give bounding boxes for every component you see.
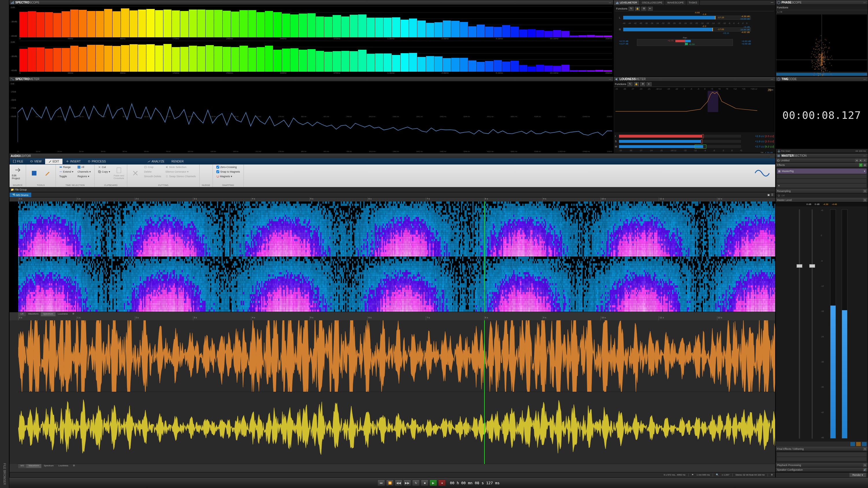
tab-tasks[interactable]: TASKS xyxy=(686,0,700,5)
loop-button[interactable]: ↻ xyxy=(412,480,420,486)
minimize-icon[interactable]: — xyxy=(863,78,867,80)
spectrum-tab[interactable]: Spectrum xyxy=(41,464,56,468)
goto-start-button[interactable]: ⏮ xyxy=(377,480,385,486)
spectrum-tab[interactable]: Spectrum xyxy=(41,312,55,316)
list-icon[interactable]: ☰ xyxy=(771,193,773,196)
smooth-delete-button[interactable]: Smooth Delete xyxy=(143,174,162,178)
settings-icon[interactable]: ⚙ xyxy=(70,312,76,316)
bypass-icon[interactable]: ⇄ xyxy=(859,163,863,167)
file-tab[interactable]: MS Drums xyxy=(9,193,31,197)
tab-levelmeter[interactable]: LEVELMETER xyxy=(614,0,640,5)
dither-slot[interactable] xyxy=(777,452,867,456)
swap-button[interactable]: Swap Stereo Channels xyxy=(164,174,197,178)
all-button[interactable]: All xyxy=(76,165,92,169)
channels-button[interactable]: Channels ▾ xyxy=(76,170,92,174)
settings-button[interactable] xyxy=(862,442,867,446)
crop-button[interactable]: Crop xyxy=(143,165,162,169)
waveform-tab[interactable]: Waveform xyxy=(26,464,41,468)
settings-icon[interactable]: ⚙ xyxy=(640,82,645,86)
power-icon[interactable]: ⏻ xyxy=(777,194,780,197)
effect-slot-masterrig[interactable]: ▦ MasterRig ▾ xyxy=(777,168,867,174)
ms-tab[interactable]: MS xyxy=(18,464,26,468)
rewind-button[interactable]: ◀◀ xyxy=(395,480,402,486)
toggle-button[interactable]: Toggle xyxy=(58,174,74,178)
chevron-down-icon[interactable]: ▾ xyxy=(864,170,865,172)
record-button[interactable]: ● xyxy=(438,480,446,486)
fader-left[interactable] xyxy=(799,209,800,438)
transport-timecode[interactable]: 00 h 00 mn 08 s 127 ms xyxy=(450,481,499,485)
delete-button[interactable]: Delete xyxy=(143,170,162,174)
functions-label[interactable]: Functions xyxy=(616,7,627,10)
tab-analyze[interactable]: ANALYZE xyxy=(144,159,168,164)
time-ruler-lower[interactable]: 0 s1 s2 s3 s4 s5 s6 s7 s8 s9 s10 s11 s12… xyxy=(9,316,775,320)
expand-icon[interactable]: ⇲ xyxy=(863,463,867,467)
playhead[interactable] xyxy=(484,320,485,464)
dither-slot[interactable] xyxy=(777,457,867,461)
add-effect-button[interactable]: + xyxy=(777,184,867,188)
time-ruler[interactable]: 0 s1 s2 s3 s4 s5 s6 s7 s8 s9 s10 s11 s12… xyxy=(9,197,775,201)
filegroup-tab[interactable]: 📁 File Group xyxy=(11,188,27,191)
tile-icon[interactable]: ▣ xyxy=(767,193,770,196)
next-icon[interactable]: ► xyxy=(859,159,863,162)
extend-button[interactable]: Extend ▾ xyxy=(58,170,74,174)
settings-icon[interactable]: ⚙ xyxy=(641,7,646,11)
tab-edit[interactable]: EDIT xyxy=(45,159,63,164)
preset-name[interactable]: Untitled xyxy=(781,159,789,162)
range-button[interactable]: Range xyxy=(58,165,74,169)
mono-button[interactable] xyxy=(850,442,855,446)
minimize-icon[interactable]: — xyxy=(769,0,775,5)
forward-button[interactable]: ▶▶ xyxy=(403,480,411,486)
speaker-icon[interactable]: 🔊 xyxy=(863,468,867,471)
fader-right[interactable] xyxy=(812,209,813,438)
fader-knob[interactable] xyxy=(809,264,815,268)
copy-button[interactable]: Copy ▾ xyxy=(97,170,111,174)
tab-view[interactable]: VIEW xyxy=(27,159,45,164)
waveform-tab[interactable]: Waveform xyxy=(26,312,41,316)
silence-button[interactable]: Silence Generator ▾ xyxy=(164,170,197,174)
refresh-icon[interactable]: ↻ xyxy=(628,7,634,11)
tab-file[interactable]: FILE xyxy=(9,159,27,164)
minimize-icon[interactable]: — xyxy=(608,1,612,4)
power-icon[interactable]: ⏻ xyxy=(863,163,867,167)
zero-crossing-check[interactable]: Zero-Crossing xyxy=(215,165,241,169)
spectroscope-header[interactable]: SPECTROSCOPE — xyxy=(9,0,613,5)
play-button[interactable]: ▶ xyxy=(430,480,437,486)
effect-slot-empty[interactable] xyxy=(777,179,867,183)
menu-icon[interactable]: ▾ xyxy=(863,159,867,162)
tab-insert[interactable]: INSERT xyxy=(62,159,84,164)
mute-button[interactable]: Mute Selection xyxy=(164,165,197,169)
snap-magnets-check[interactable]: Snap to Magnets xyxy=(215,170,241,174)
tool-selection[interactable] xyxy=(28,165,40,181)
loudness-tab[interactable]: Loudness xyxy=(56,312,70,316)
maximize-icon[interactable] xyxy=(770,154,774,158)
loudness-tab[interactable]: Loudness xyxy=(56,464,70,468)
minimize-icon[interactable]: — xyxy=(863,1,867,4)
config-icon[interactable]: ⚙ xyxy=(771,474,773,476)
lock-icon[interactable]: 🔒 xyxy=(635,7,640,11)
minimize-icon[interactable]: — xyxy=(608,78,612,80)
playhead[interactable] xyxy=(484,201,485,312)
stop-button[interactable]: ■ xyxy=(421,480,428,486)
tab-wavescope[interactable]: WAVESCOPE xyxy=(665,0,686,5)
minimize-icon[interactable]: — xyxy=(770,78,774,80)
fader-knob[interactable] xyxy=(797,264,802,268)
scrollbar[interactable] xyxy=(9,468,775,472)
effect-slot-empty[interactable] xyxy=(777,174,867,178)
left-sidebar-strip[interactable]: FILE BROWSER xyxy=(0,0,9,488)
tab-oscilloscope[interactable]: OSCILLOSCOPE xyxy=(640,0,665,5)
tool-pencil[interactable] xyxy=(42,165,53,181)
minimize-icon[interactable]: — xyxy=(863,154,867,157)
regions-button[interactable]: Regions ▾ xyxy=(76,174,92,178)
zoom-out-icon[interactable]: 🔍 xyxy=(716,474,719,476)
prev-marker-button[interactable]: ⏪ xyxy=(386,480,394,486)
cut-button[interactable]: Cut xyxy=(97,165,111,169)
waveform-view[interactable] xyxy=(9,320,775,464)
delete-big-button[interactable] xyxy=(130,165,141,181)
tab-render[interactable]: RENDER xyxy=(168,159,187,164)
settings-icon[interactable]: ⚙ xyxy=(70,464,77,468)
lock-button[interactable] xyxy=(856,442,861,446)
flag-icon[interactable]: ⚑ xyxy=(691,474,693,476)
lock-icon[interactable]: 🔒 xyxy=(634,82,639,86)
expand-icon[interactable]: ⇲ xyxy=(863,198,867,202)
refresh-icon[interactable]: ↻ xyxy=(627,82,632,86)
